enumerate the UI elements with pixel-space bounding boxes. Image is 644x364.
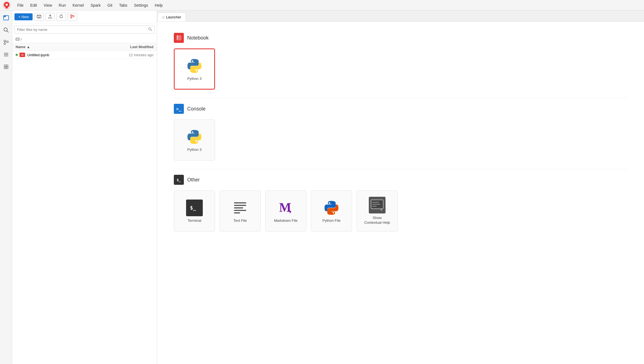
upload-button[interactable] [45,13,55,21]
text-line-4 [234,210,246,211]
svg-rect-3 [4,16,6,17]
svg-rect-17 [6,67,8,69]
refresh-button[interactable] [57,13,66,21]
text-file-card[interactable]: Text File [219,190,261,232]
sidebar-list-icon[interactable] [1,50,11,60]
search-icon [146,26,154,33]
python-file-label: Python File [322,218,340,223]
svg-point-34 [192,131,193,133]
notebook-section-header: Notebook [174,33,627,43]
main-area: ⎋ Launcher Notebook [157,11,644,364]
console-section-icon: >_ [174,104,184,114]
tab-launcher-label: Launcher [166,15,181,19]
python3-console-label: Python 3 [187,147,201,152]
svg-point-39 [333,212,334,213]
file-modified: 12 minutes ago [98,53,153,57]
notebook-section-icon [174,33,184,43]
terminal-card-icon: $_ [186,200,203,216]
markdown-file-icon: M [277,200,294,216]
tab-bar: ⎋ Launcher [157,11,644,22]
other-divider [174,169,627,169]
sidebar-files-icon[interactable] [1,13,11,23]
menu-help[interactable]: Help [152,2,166,9]
menu-git[interactable]: Git [105,2,115,9]
launcher-panel: Notebook Python 3 >_ [157,22,644,364]
menu-kernel[interactable]: Kernel [70,2,86,9]
markdown-file-label: Markdown File [274,218,298,223]
other-section-label: Other [187,177,200,183]
python3-console-card[interactable]: Python 3 [174,119,215,161]
text-line-2 [234,205,246,206]
sidebar-extensions-icon[interactable] [1,62,11,72]
app-logo [2,1,11,10]
python-file-icon [323,200,340,216]
svg-point-33 [196,70,197,72]
menu-view[interactable]: View [41,2,55,9]
python3-notebook-card[interactable]: Python 3 [174,48,215,90]
text-line-3 [234,207,243,208]
menu-run[interactable]: Run [56,2,69,9]
tab-launcher[interactable]: ⎋ Launcher [158,13,186,21]
column-modified[interactable]: Last Modified [98,45,153,49]
status-dot [16,54,18,56]
notebook-icon: nb [19,53,25,57]
git-button[interactable] [68,13,77,21]
svg-text:M: M [279,200,291,215]
python-file-card[interactable]: Python File [311,190,352,232]
menubar: File Edit View Run Kernel Spark Git Tabs… [0,0,644,11]
other-cards: $_ Terminal Text File [174,190,627,232]
table-row[interactable]: nb Untitled.ipynb 12 minutes ago [12,51,157,59]
tab-launcher-icon: ⎋ [162,15,164,19]
search-box[interactable] [14,26,155,34]
svg-point-38 [329,202,330,204]
contextual-help-label: ShowContextual Help [364,216,390,225]
menu-edit[interactable]: Edit [28,2,40,9]
icon-sidebar [0,11,12,364]
svg-line-27 [151,30,152,31]
svg-point-32 [192,60,193,62]
new-folder-button[interactable] [34,13,44,21]
breadcrumb-path: / [21,37,22,41]
app-body: + New [0,11,644,364]
contextual-help-card[interactable]: ShowContextual Help [357,190,398,232]
menu-file[interactable]: File [14,2,26,9]
sidebar-git-icon[interactable] [1,37,11,47]
svg-point-23 [71,17,72,18]
file-table-header: Name ▲ Last Modified [12,43,157,51]
other-section-header: $_ Other [174,175,627,185]
svg-point-7 [4,43,6,45]
notebook-section-label: Notebook [187,35,209,41]
svg-point-6 [4,40,6,42]
column-name[interactable]: Name ▲ [16,45,98,49]
svg-rect-15 [6,65,8,67]
svg-point-8 [7,41,8,43]
folder-icon [16,37,19,42]
svg-rect-19 [37,15,39,16]
notebook-cards: Python 3 [174,48,627,90]
console-divider [174,98,627,98]
svg-line-5 [7,31,8,33]
svg-rect-14 [4,65,6,67]
text-line-1 [234,202,246,203]
console-cards: Python 3 [174,119,627,161]
new-button[interactable]: + New [14,13,33,20]
breadcrumb: / [12,36,157,43]
menu-settings[interactable]: Settings [131,2,151,9]
svg-rect-30 [176,35,181,40]
svg-rect-31 [177,36,178,37]
terminal-label: Terminal [187,218,201,223]
file-toolbar: + New [12,11,157,23]
markdown-file-card[interactable]: M Markdown File [265,190,306,232]
file-name: Untitled.ipynb [27,53,98,57]
terminal-card[interactable]: $_ Terminal [174,190,215,232]
console-section-label: Console [187,106,206,112]
text-file-label: Text File [233,218,247,223]
menu-spark[interactable]: Spark [88,2,104,9]
svg-text:$_: $_ [190,205,196,211]
search-input[interactable] [15,26,146,33]
file-panel: + New [12,11,157,364]
python3-notebook-label: Python 3 [187,77,201,81]
menu-tabs[interactable]: Tabs [116,2,130,9]
svg-point-1 [6,4,8,6]
sidebar-search-icon[interactable] [1,25,11,35]
